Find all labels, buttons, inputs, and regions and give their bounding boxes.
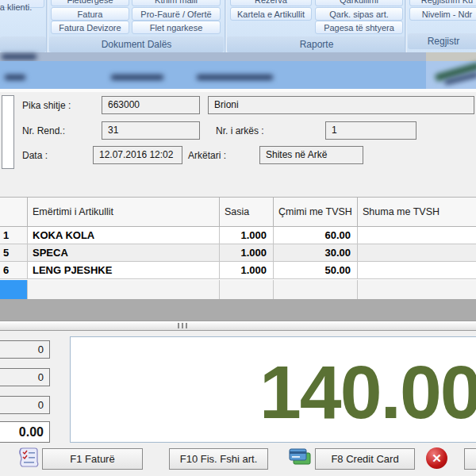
ribbon-button-pagesa-te-shtyera[interactable]: Pagesa të shtyera	[315, 21, 403, 34]
table-row[interactable]: 6 LENG PJESHKE 1.000 50.00 50.00	[0, 262, 476, 279]
nr-rend-field[interactable]: 31	[102, 121, 200, 140]
invoice-notes-icon[interactable]	[16, 446, 41, 470]
article-qty-cell[interactable]	[220, 280, 274, 299]
side-list-box[interactable]	[2, 95, 14, 169]
table-header-total[interactable]: Shuma me TVSH	[358, 197, 476, 227]
blurred-text	[197, 75, 273, 80]
nr-arkes-label: Nr. i arkës :	[216, 125, 264, 136]
article-total-cell[interactable]: 30.00	[358, 244, 476, 262]
total-display-panel: 140.00	[70, 336, 476, 443]
pika-shitje-name-field[interactable]: Brioni	[208, 96, 474, 114]
ribbon-toolbar: ga klienti. Fletdërgese Fatura Fatura De…	[0, 0, 476, 52]
table-header-rownum	[0, 197, 28, 227]
f1-fature-button[interactable]: F1 Faturë	[42, 448, 143, 470]
table-header-qty[interactable]: Sasia	[220, 197, 274, 227]
arketari-field[interactable]: Shites në Arkë	[259, 146, 363, 164]
table-row[interactable]: 5 SPECA 1.000 30.00 30.00	[0, 244, 476, 262]
total-field-1[interactable]: 0	[0, 340, 50, 359]
article-name-cell[interactable]: LENG PJESHKE	[28, 262, 220, 279]
nr-rend-label: Nr. Rend.:	[22, 125, 65, 136]
ribbon-separator	[46, 0, 48, 52]
ribbon-button-kartela-artikullit[interactable]: Kartela e Artikullit	[230, 7, 312, 21]
footer-button-partial[interactable]	[464, 448, 476, 470]
article-qty-cell[interactable]: 1.000	[220, 227, 274, 244]
pika-shitje-field[interactable]: 663000	[102, 96, 200, 114]
grand-total-value: 140.00	[259, 355, 476, 430]
row-number-cell: 5	[0, 244, 28, 262]
f10-fshi-art-button[interactable]: F10 Fis. Fshi art.	[169, 448, 268, 470]
article-qty-cell[interactable]: 1.000	[220, 244, 274, 262]
article-total-cell[interactable]: 60.00	[358, 227, 476, 244]
selected-row-indicator-cell[interactable]	[0, 280, 28, 299]
blurred-text	[2, 54, 36, 60]
row-number-cell: 1	[0, 227, 28, 244]
article-price-cell[interactable]	[274, 280, 358, 299]
ribbon-button-flet-ngarkese[interactable]: Flet ngarkese	[132, 21, 221, 34]
blurred-text	[111, 75, 163, 80]
ribbon-separator	[405, 0, 407, 52]
total-field-3[interactable]: 0	[0, 396, 50, 414]
ribbon-button-fatura[interactable]: Fatura	[51, 7, 129, 21]
window-title-strip-right	[426, 52, 476, 61]
table-row[interactable]: 1 KOKA KOLA 1.000 60.00 60.00	[0, 227, 476, 244]
ribbon-button-regjistrim[interactable]: Regjistrim Ku	[409, 0, 476, 6]
article-name-cell[interactable]: KOKA KOLA	[28, 227, 220, 244]
article-name-cell[interactable]: SPECA	[28, 244, 220, 262]
article-price-cell[interactable]: 30.00	[274, 244, 358, 262]
pika-shitje-label: Pika shitje :	[22, 100, 71, 111]
articles-table: Emërtimi i Artikullit Sasia Çmimi me TVS…	[0, 197, 476, 299]
ribbon-group-caption-dokument-dales: Dokument Dalës	[49, 36, 224, 52]
table-header-price[interactable]: Çmimi me TVSH	[274, 197, 358, 227]
ribbon-button-qark-sipas-art[interactable]: Qark. sipas art.	[315, 7, 403, 21]
data-field[interactable]: 12.07.2016 12:02	[93, 146, 182, 164]
credit-card-icon[interactable]	[287, 447, 313, 470]
arketari-label: Arkëtari :	[188, 150, 226, 161]
row-number-cell: 6	[0, 262, 28, 279]
ribbon-button-klienti[interactable]: ga klienti.	[0, 0, 44, 8]
splitter-grip-icon[interactable]	[178, 323, 187, 328]
ribbon-button-qarkullimi[interactable]: Qarkullimi	[315, 0, 403, 6]
ribbon-button-kthim-malli[interactable]: Kthim malli	[132, 0, 221, 6]
ribbon-button-rezerva[interactable]: Rezerva	[230, 0, 312, 6]
article-total-cell[interactable]	[358, 280, 476, 299]
ribbon-group-caption-raporte: Raporte	[227, 36, 406, 52]
window-title-strip	[0, 52, 476, 61]
nr-arkes-field[interactable]: 1	[325, 121, 416, 140]
table-header-name[interactable]: Emërtimi i Artikullit	[28, 197, 220, 227]
total-field-2[interactable]: 0	[0, 368, 50, 386]
table-row-new-selected[interactable]	[0, 280, 476, 299]
ribbon-button-pro-faure[interactable]: Pro-Faurë / Ofertë	[132, 7, 221, 21]
article-name-cell[interactable]	[28, 280, 220, 299]
data-label: Data :	[22, 150, 48, 161]
cash-amount-field[interactable]: 0.00	[0, 421, 50, 443]
ribbon-group-caption-left	[0, 36, 46, 52]
ribbon-button-nivelim[interactable]: Nivelim - Ndr	[409, 7, 476, 21]
article-qty-cell[interactable]: 1.000	[220, 262, 274, 279]
ribbon-group-caption-regjistr: Regjistr	[408, 33, 476, 49]
document-header-form: Pika shitje : 663000 Brioni Nr. Rend.: 3…	[0, 92, 476, 197]
panel-splitter[interactable]	[0, 321, 476, 331]
blurred-text	[5, 75, 25, 80]
ribbon-button-fletdergese[interactable]: Fletdërgese	[51, 0, 129, 6]
article-total-cell[interactable]: 50.00	[358, 262, 476, 279]
f8-credit-card-button[interactable]: F8 Credit Card	[315, 448, 415, 470]
ribbon-button-fatura-devizore[interactable]: Fatura Devizore	[51, 21, 129, 34]
article-price-cell[interactable]: 50.00	[274, 262, 358, 279]
pos-app-window: ga klienti. Fletdërgese Fatura Fatura De…	[0, 0, 476, 476]
close-icon[interactable]: ✕	[426, 447, 447, 469]
grid-empty-area	[0, 299, 476, 321]
table-header-row: Emërtimi i Artikullit Sasia Çmimi me TVS…	[0, 197, 476, 227]
article-price-cell[interactable]: 60.00	[274, 227, 358, 244]
